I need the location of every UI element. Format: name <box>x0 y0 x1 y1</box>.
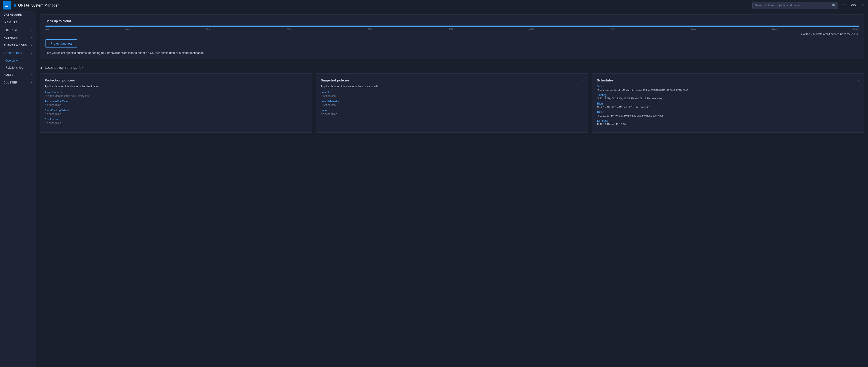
schedules-card: Schedules → 5min At 0, 5, 10, 15, 20, 25… <box>592 73 864 132</box>
sidebar-item-protection[interactable]: PROTECTION ▴ <box>0 49 36 57</box>
policy-item-asynchronous[interactable]: Asynchronous <box>44 91 308 94</box>
protection-policies-card-header: Protection policies → <box>44 78 308 82</box>
protection-policies-arrow[interactable]: → <box>304 78 308 82</box>
snapshot-policy-default[interactable]: default <box>321 91 584 94</box>
search-bar: 🔍 <box>752 2 838 9</box>
backup-description: Lets you select specific buckets for set… <box>45 51 859 55</box>
protection-policies-list: Asynchronous At 5 minutes past the hour,… <box>44 91 308 127</box>
protection-policies-title: Protection policies <box>44 78 75 82</box>
backup-section: Back up to cloud 0% 10% 20% 30% 40% 50% … <box>40 14 864 59</box>
sidebar-item-label: CLUSTER <box>4 81 17 84</box>
schedule-10min[interactable]: 10min <box>597 111 860 114</box>
snapshot-policies-arrow[interactable]: → <box>580 78 584 82</box>
help-button[interactable]: ? <box>842 2 846 9</box>
schedule-8hour-desc: At 02:15 AM, 10:15 AM and 06:15 PM, ever… <box>597 106 860 109</box>
search-input[interactable] <box>755 4 830 7</box>
cards-row: Protection policies → Applicable when th… <box>40 73 864 132</box>
topnav: ☰ ■ ONTAP System Manager 🔍 ? </> ○ <box>0 0 868 11</box>
topnav-actions: ? </> ○ <box>842 2 865 9</box>
app-body: DASHBOARD INSIGHTS STORAGE ▾ NETWORK ▾ E… <box>0 11 868 367</box>
backup-title: Back up to cloud <box>45 19 859 23</box>
protection-policies-subtitle: Applicable when this cluster is the dest… <box>44 85 308 88</box>
policy-item-automatedfailover-sub: No schedules <box>44 103 308 106</box>
sidebar-subitem-relationships[interactable]: Relationships <box>0 64 36 71</box>
user-button[interactable]: ○ <box>861 2 865 9</box>
hamburger-icon: ☰ <box>5 3 9 8</box>
policy-item-continuous[interactable]: Continuous <box>44 118 308 121</box>
schedule-8hour[interactable]: 8hour <box>597 102 860 105</box>
sidebar-item-insights[interactable]: INSIGHTS <box>0 19 36 26</box>
sidebar-item-dashboard[interactable]: DASHBOARD <box>0 11 36 19</box>
search-icon: 🔍 <box>832 4 836 7</box>
protection-policies-card: Protection policies → Applicable when th… <box>40 73 312 132</box>
schedules-title: Schedules <box>597 78 614 82</box>
menu-button[interactable]: ☰ <box>3 1 11 9</box>
chevron-down-icon: ▾ <box>31 29 33 31</box>
protect-buckets-button[interactable]: Protect buckets <box>45 39 78 48</box>
snapshot-policies-title: Snapshot policies <box>321 78 350 82</box>
schedule-12-hourly[interactable]: 12-hourly <box>597 119 860 122</box>
schedule-12-hourly-desc: At 12:15 AM and 12:15 PM... <box>597 123 860 126</box>
brand-icon: ■ <box>13 3 16 8</box>
sidebar-item-label: NETWORK <box>4 36 19 39</box>
chevron-down-icon: ▾ <box>31 44 33 47</box>
sidebar-item-network[interactable]: NETWORK ▾ <box>0 34 36 42</box>
snapshot-policy-none[interactable]: none <box>321 109 584 112</box>
progress-labels: 0% 10% 20% 30% 40% 50% 60% 70% 80% 90% 1… <box>45 28 859 31</box>
local-policy-section: ▲ Local policy settings i Protection pol… <box>40 63 864 132</box>
chevron-up-icon: ▴ <box>31 52 33 55</box>
sidebar-item-storage[interactable]: STORAGE ▾ <box>0 26 36 34</box>
collapse-button[interactable]: ▲ <box>40 66 43 69</box>
policy-item-automatedfailover[interactable]: AutomatedFailOver <box>44 100 308 103</box>
schedule-6-hourly-desc: At 12:15 AM, 06:15 AM, 12:15 PM and 06:1… <box>597 97 860 100</box>
sidebar: DASHBOARD INSIGHTS STORAGE ▾ NETWORK ▾ E… <box>0 11 36 367</box>
policy-section-title: Local policy settings <box>45 66 77 70</box>
schedule-6-hourly[interactable]: 6-hourly <box>597 93 860 97</box>
brand-title: ONTAP System Manager <box>18 3 59 7</box>
schedules-card-header: Schedules → <box>597 78 860 82</box>
policy-item-continuous-sub: No schedules <box>44 122 308 125</box>
code-button[interactable]: </> <box>850 2 857 9</box>
policy-item-cloudbackupdefault[interactable]: CloudBackupDefault <box>44 109 308 112</box>
schedule-10min-desc: At 0, 10, 20, 30, 40, and 50 minutes pas… <box>597 114 860 117</box>
snapshot-policy-default-sub: 3 Schedules <box>321 94 584 97</box>
sidebar-item-cluster[interactable]: CLUSTER ▾ <box>0 79 36 86</box>
sidebar-subitem-overview[interactable]: Overview <box>0 57 36 64</box>
sidebar-subitem-label: Overview <box>5 59 18 62</box>
schedule-5min-desc: At 0, 5, 10, 15, 20, 25, 30, 35, 40, 45,… <box>597 89 860 91</box>
chevron-down-icon: ▾ <box>31 82 33 84</box>
info-icon[interactable]: i <box>79 66 83 69</box>
policy-item-cloudbackupdefault-sub: No schedules <box>44 113 308 116</box>
sidebar-item-label: STORAGE <box>4 29 18 32</box>
brand: ■ ONTAP System Manager <box>13 3 752 8</box>
snapshot-policies-list: default 3 Schedules default-1weekly 3 Sc… <box>321 91 584 118</box>
schedule-5min[interactable]: 5min <box>597 85 860 88</box>
policy-section-header: ▲ Local policy settings i <box>40 63 864 73</box>
progress-bar-fill <box>45 26 859 27</box>
snapshot-policy-default-1weekly[interactable]: default-1weekly <box>321 100 584 103</box>
chevron-down-icon: ▾ <box>31 37 33 39</box>
main-content: Back up to cloud 0% 10% 20% 30% 40% 50% … <box>36 11 868 367</box>
sidebar-item-label: DASHBOARD <box>4 13 22 16</box>
sidebar-item-label: EVENTS & JOBS <box>4 44 27 47</box>
policy-item-asynchronous-sub: At 5 minutes past the hour, every hour <box>44 94 308 97</box>
snapshot-policy-default-1weekly-sub: 3 Schedules <box>321 103 584 106</box>
progress-bar-track <box>45 26 859 27</box>
snapshot-policies-subtitle: Applicable when this cluster is the sour… <box>321 85 584 88</box>
snapshot-policies-card-header: Snapshot policies → <box>321 78 584 82</box>
chevron-down-icon: ▾ <box>31 74 33 76</box>
sidebar-item-hosts[interactable]: HOSTS ▾ <box>0 71 36 79</box>
snapshot-policies-card: Snapshot policies → Applicable when this… <box>316 73 588 132</box>
progress-bar-container: 0% 10% 20% 30% 40% 50% 60% 70% 80% 90% 1… <box>45 26 859 31</box>
schedules-arrow[interactable]: → <box>856 78 860 82</box>
sidebar-item-label: INSIGHTS <box>4 21 18 24</box>
sidebar-subitem-label: Relationships <box>5 66 23 69</box>
snapshot-policy-none-sub: No schedules <box>321 113 584 116</box>
schedules-list: 5min At 0, 5, 10, 15, 20, 25, 30, 35, 40… <box>597 85 860 128</box>
sidebar-item-label: PROTECTION <box>4 52 23 55</box>
sidebar-item-events-jobs[interactable]: EVENTS & JOBS ▾ <box>0 42 36 49</box>
backup-info: 2 of the 2 buckets aren't backed up to t… <box>45 33 859 36</box>
sidebar-item-label: HOSTS <box>4 73 13 77</box>
